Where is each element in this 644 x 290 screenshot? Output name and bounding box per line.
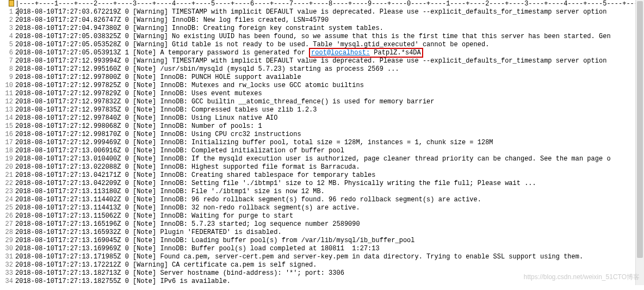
- line-content[interactable]: 2018-08-10T17:27:04.826747Z 0 [Warning] …: [15, 16, 329, 24]
- line-content[interactable]: 2018-08-10T17:27:13.182713Z 0 [Note] Ser…: [15, 269, 344, 277]
- line-content[interactable]: 2018-08-10T17:27:04.947380Z 0 [Warning] …: [15, 24, 383, 32]
- log-line[interactable]: 182018-08-10T17:27:13.006916Z 0 [Note] I…: [0, 146, 644, 155]
- line-content[interactable]: 2018-08-10T17:27:12.997832Z 0 [Note] Inn…: [15, 98, 435, 106]
- log-line[interactable]: 162018-08-10T17:27:12.998170Z 0 [Note] I…: [0, 130, 644, 138]
- log-line[interactable]: 332018-08-10T17:27:13.182713Z 0 [Note] S…: [0, 269, 644, 277]
- line-content[interactable]: 2018-08-10T17:27:13.165196Z 0 [Note] Inn…: [15, 220, 360, 228]
- line-number: 3: [0, 24, 15, 32]
- log-line[interactable]: 302018-08-10T17:27:13.169969Z 0 [Note] I…: [0, 244, 644, 252]
- log-line[interactable]: 152018-08-10T17:27:12.998068Z 0 [Note] I…: [0, 122, 644, 130]
- log-line[interactable]: 192018-08-10T17:27:13.010400Z 0 [Note] I…: [0, 155, 644, 163]
- line-content[interactable]: 2018-08-10T17:27:03.672219Z 0 [Warning] …: [15, 8, 611, 16]
- line-number: 8: [0, 65, 15, 73]
- line-number: 26: [0, 212, 15, 220]
- line-content[interactable]: 2018-08-10T17:27:12.997800Z 0 [Note] Inn…: [15, 73, 301, 81]
- line-content[interactable]: 2018-08-10T17:27:13.172212Z 0 [Warning] …: [15, 261, 317, 269]
- log-line[interactable]: 92018-08-10T17:27:12.997800Z 0 [Note] In…: [0, 73, 644, 81]
- line-number: 18: [0, 147, 15, 155]
- log-line[interactable]: 42018-08-10T17:27:05.038325Z 0 [Warning]…: [0, 32, 644, 40]
- line-number: 7: [0, 57, 15, 65]
- line-number: 24: [0, 196, 15, 203]
- line-content[interactable]: 2018-08-10T17:27:13.169969Z 0 [Note] Inn…: [15, 245, 380, 252]
- line-content[interactable]: 2018-08-10T17:27:12.997840Z 0 [Note] Inn…: [15, 114, 277, 122]
- text-editor[interactable]: |----+----1----+----2----+----3----+----…: [0, 0, 644, 285]
- log-line[interactable]: 342018-08-10T17:27:13.182755Z 0 [Note] I…: [0, 277, 644, 285]
- line-number: 11: [0, 90, 15, 97]
- line-content[interactable]: 2018-08-10T17:27:13.171985Z 0 [Note] Fou…: [15, 253, 583, 261]
- line-content[interactable]: 2018-08-10T17:27:12.995160Z 0 [Note] /us…: [15, 65, 399, 73]
- line-content[interactable]: 2018-08-10T17:27:12.997829Z 0 [Note] Inn…: [15, 90, 262, 97]
- line-content[interactable]: 2018-08-10T17:27:05.053528Z 0 [Warning] …: [15, 41, 489, 48]
- log-line[interactable]: 122018-08-10T17:27:12.997832Z 0 [Note] I…: [0, 97, 644, 106]
- log-line[interactable]: 112018-08-10T17:27:12.997829Z 0 [Note] I…: [0, 89, 644, 97]
- line-content[interactable]: 2018-08-10T17:27:13.006916Z 0 [Note] Inn…: [15, 147, 344, 155]
- line-content[interactable]: 2018-08-10T17:27:13.113180Z 0 [Note] Inn…: [15, 188, 325, 195]
- text-caret: [18, 8, 18, 16]
- log-content[interactable]: 12018-08-10T17:27:03.672219Z 0 [Warning]…: [0, 8, 644, 285]
- line-number: 6: [0, 49, 15, 57]
- column-ruler: |----+----1----+----2----+----3----+----…: [0, 0, 644, 8]
- password-highlight: root@localhost: PatplZ.*s4DA: [309, 48, 423, 58]
- log-line[interactable]: 142018-08-10T17:27:12.997840Z 0 [Note] I…: [0, 114, 644, 122]
- line-number: 9: [0, 73, 15, 81]
- line-number: 16: [0, 131, 15, 138]
- log-line[interactable]: 312018-08-10T17:27:13.171985Z 0 [Note] F…: [0, 252, 644, 261]
- line-number: 13: [0, 106, 15, 114]
- line-number: 19: [0, 155, 15, 163]
- log-line[interactable]: 62018-08-10T17:27:05.053913Z 1 [Note] A …: [0, 48, 644, 57]
- log-line[interactable]: 242018-08-10T17:27:13.114402Z 0 [Note] I…: [0, 195, 644, 203]
- log-line[interactable]: 82018-08-10T17:27:12.995160Z 0 [Note] /u…: [0, 65, 644, 73]
- line-number: 12: [0, 98, 15, 106]
- log-line[interactable]: 172018-08-10T17:27:12.999469Z 0 [Note] I…: [0, 138, 644, 146]
- line-content[interactable]: 2018-08-10T17:27:05.053913Z 1 [Note] A t…: [15, 48, 423, 58]
- line-content[interactable]: 2018-08-10T17:27:05.038325Z 0 [Warning] …: [15, 33, 611, 40]
- log-line[interactable]: 232018-08-10T17:27:13.113180Z 0 [Note] I…: [0, 187, 644, 195]
- vertical-scrollbar[interactable]: [635, 0, 644, 285]
- line-content[interactable]: 2018-08-10T17:27:13.114402Z 0 [Note] Inn…: [15, 196, 481, 203]
- line-content[interactable]: 2018-08-10T17:27:12.998068Z 0 [Note] Inn…: [15, 122, 262, 130]
- line-content[interactable]: 2018-08-10T17:27:13.042209Z 0 [Note] Inn…: [15, 180, 536, 187]
- line-content[interactable]: 2018-08-10T17:27:13.114413Z 0 [Note] Inn…: [15, 204, 360, 212]
- line-number: 33: [0, 269, 15, 277]
- line-number: 1: [0, 8, 15, 16]
- line-content[interactable]: 2018-08-10T17:27:13.022088Z 0 [Note] Inn…: [15, 163, 360, 171]
- line-content[interactable]: 2018-08-10T17:27:13.042171Z 0 [Note] Inn…: [15, 171, 376, 179]
- log-line[interactable]: 32018-08-10T17:27:04.947380Z 0 [Warning]…: [0, 24, 644, 32]
- log-line[interactable]: 102018-08-10T17:27:12.997825Z 0 [Note] I…: [0, 81, 644, 89]
- log-line[interactable]: 22018-08-10T17:27:04.826747Z 0 [Warning]…: [0, 16, 644, 24]
- scrollbar-thumb[interactable]: [637, 1, 643, 258]
- log-line[interactable]: 252018-08-10T17:27:13.114413Z 0 [Note] I…: [0, 203, 644, 212]
- line-content[interactable]: 2018-08-10T17:27:12.999469Z 0 [Note] Inn…: [15, 139, 493, 146]
- log-line[interactable]: 212018-08-10T17:27:13.042171Z 0 [Note] I…: [0, 171, 644, 179]
- line-number: 15: [0, 122, 15, 130]
- log-line[interactable]: 222018-08-10T17:27:13.042209Z 0 [Note] I…: [0, 179, 644, 187]
- line-number: 32: [0, 261, 15, 269]
- log-line[interactable]: 12018-08-10T17:27:03.672219Z 0 [Warning]…: [0, 8, 644, 16]
- line-number: 27: [0, 220, 15, 228]
- ruler-scale: |----+----1----+----2----+----3----+----…: [15, 0, 644, 8]
- line-content[interactable]: 2018-08-10T17:27:12.997825Z 0 [Note] Inn…: [15, 82, 364, 89]
- log-line[interactable]: 292018-08-10T17:27:13.169045Z 0 [Note] I…: [0, 236, 644, 244]
- root-localhost-link[interactable]: root@localhost:: [311, 49, 370, 57]
- line-number: 21: [0, 171, 15, 179]
- log-line[interactable]: 262018-08-10T17:27:13.115062Z 0 [Note] I…: [0, 212, 644, 220]
- line-content[interactable]: 2018-08-10T17:27:13.010400Z 0 [Note] Inn…: [15, 155, 611, 163]
- line-content[interactable]: 2018-08-10T17:27:13.115062Z 0 [Note] Inn…: [15, 212, 293, 220]
- log-line[interactable]: 272018-08-10T17:27:13.165196Z 0 [Note] I…: [0, 220, 644, 228]
- log-line[interactable]: 72018-08-10T17:27:12.993994Z 0 [Warning]…: [0, 57, 644, 65]
- line-content[interactable]: 2018-08-10T17:27:13.169045Z 0 [Note] Inn…: [15, 237, 415, 244]
- line-content[interactable]: 2018-08-10T17:27:12.997835Z 0 [Note] Inn…: [15, 106, 317, 114]
- log-line[interactable]: 202018-08-10T17:27:13.022088Z 0 [Note] I…: [0, 163, 644, 171]
- line-number: 23: [0, 188, 15, 195]
- line-content[interactable]: 2018-08-10T17:27:12.998170Z 0 [Note] Inn…: [15, 131, 301, 138]
- line-number: 2: [0, 16, 15, 24]
- line-number: 28: [0, 229, 15, 236]
- line-number: 22: [0, 180, 15, 187]
- log-line[interactable]: 282018-08-10T17:27:13.165932Z 0 [Note] P…: [0, 228, 644, 236]
- log-line[interactable]: 322018-08-10T17:27:13.172212Z 0 [Warning…: [0, 261, 644, 269]
- line-content[interactable]: 2018-08-10T17:27:13.165932Z 0 [Note] Plu…: [15, 229, 282, 236]
- log-line[interactable]: 132018-08-10T17:27:12.997835Z 0 [Note] I…: [0, 106, 644, 114]
- line-number: 30: [0, 245, 15, 252]
- line-content[interactable]: 2018-08-10T17:27:13.182755Z 0 [Note] IPv…: [15, 277, 231, 285]
- line-content[interactable]: 2018-08-10T17:27:12.993994Z 0 [Warning] …: [15, 57, 611, 65]
